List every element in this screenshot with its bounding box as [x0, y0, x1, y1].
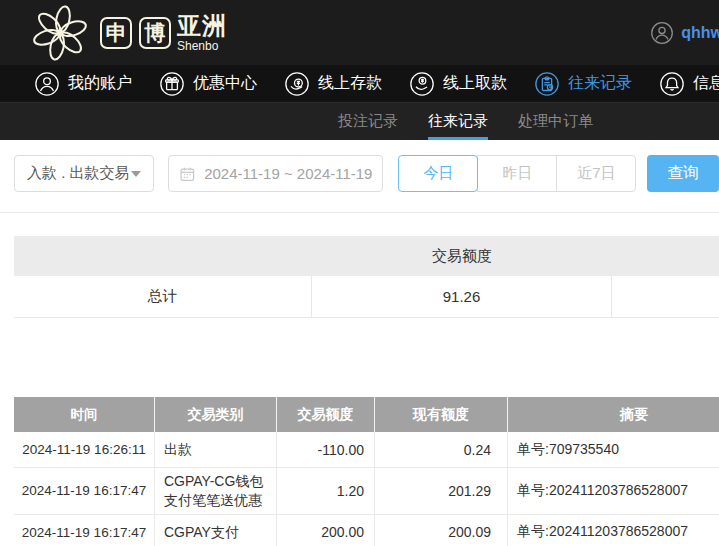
user-area[interactable]: qhhw	[650, 0, 719, 65]
section-divider	[0, 212, 719, 213]
table-row: 2024-11-19 16:17:47 CGPAY-CG钱包支付笔笔送优惠 1.…	[14, 468, 719, 515]
cell-type: CGPAY支付	[155, 515, 277, 546]
quick-yesterday-button[interactable]: 昨日	[477, 155, 557, 192]
summary-total-value: 91.26	[312, 276, 612, 317]
nav-label: 线上取款	[443, 73, 507, 94]
calendar-icon	[179, 165, 196, 183]
nav-item-messages[interactable]: 信息	[659, 71, 719, 97]
column-header-amount: 交易额度	[277, 397, 375, 432]
summary-header-row: 交易额度	[14, 236, 719, 276]
cell-memo: 单号:202411203786528007	[508, 515, 719, 546]
brand-char-1: 申	[100, 17, 132, 49]
cell-time: 2024-11-19 16:17:47	[14, 468, 155, 514]
nav-item-promotions[interactable]: 优惠中心	[159, 71, 257, 97]
date-range-value: 2024-11-19 ~ 2024-11-19	[204, 165, 372, 182]
sub-nav: 投注记录 往来记录 处理中订单	[0, 103, 719, 140]
summary-empty-cell	[612, 276, 719, 317]
tab-pending-orders[interactable]: 处理中订单	[518, 103, 593, 140]
summary-total-row: 总计 91.26	[14, 276, 719, 318]
cell-type: CGPAY-CG钱包支付笔笔送优惠	[155, 468, 277, 514]
column-header-time: 时间	[14, 397, 155, 432]
cell-balance: 0.24	[375, 432, 508, 467]
tab-transaction-records[interactable]: 往来记录	[428, 103, 488, 140]
column-header-balance: 现有额度	[375, 397, 508, 432]
deposit-icon	[284, 71, 310, 97]
tab-betting-records[interactable]: 投注记录	[338, 103, 398, 140]
table-row: 2024-11-19 16:26:11 出款 -110.00 0.24 单号:7…	[14, 432, 719, 468]
nav-label: 信息	[693, 73, 719, 94]
nav-label: 优惠中心	[193, 73, 257, 94]
withdraw-icon	[409, 71, 435, 97]
search-button[interactable]: 查询	[647, 155, 719, 192]
main-nav: 我的账户 优惠中心 线上存款 线上取款	[0, 65, 719, 103]
cell-balance: 201.29	[375, 468, 508, 514]
brand-logo[interactable]: 申 博	[100, 17, 171, 49]
summary-header-title: 交易额度	[312, 247, 612, 266]
quick-today-button[interactable]: 今日	[398, 155, 478, 192]
cell-amount: 1.20	[277, 468, 375, 514]
chevron-down-icon	[131, 171, 141, 177]
column-header-type: 交易类别	[155, 397, 277, 432]
brand-region: 亚洲 Shenbo	[177, 14, 227, 52]
cell-time: 2024-11-19 16:17:47	[14, 515, 155, 546]
user-avatar-icon	[650, 21, 674, 45]
cell-balance: 200.09	[375, 515, 508, 546]
summary-table: 交易额度 总计 91.26	[14, 236, 719, 318]
cell-memo: 单号:709735540	[508, 432, 719, 467]
summary-total-label: 总计	[14, 276, 312, 317]
bell-icon	[659, 71, 685, 97]
nav-item-transaction-records[interactable]: 往来记录	[534, 71, 632, 97]
username[interactable]: qhhw	[681, 24, 719, 42]
brand-flower-icon	[24, 2, 96, 64]
date-range-input[interactable]: 2024-11-19 ~ 2024-11-19	[168, 155, 383, 192]
transaction-type-select[interactable]: 入款 . 出款交易	[14, 155, 154, 192]
cell-amount: 200.00	[277, 515, 375, 546]
top-header: 申 博 亚洲 Shenbo qhhw	[0, 0, 719, 65]
cell-memo: 单号:202411203786528007	[508, 468, 719, 514]
nav-label: 往来记录	[568, 73, 632, 94]
quick-last7days-button[interactable]: 近7日	[556, 155, 636, 192]
nav-label: 我的账户	[68, 73, 132, 94]
table-header-row: 时间 交易类别 交易额度 现有额度 摘要	[14, 397, 719, 432]
cell-time: 2024-11-19 16:26:11	[14, 432, 155, 467]
column-header-memo: 摘要	[508, 397, 719, 432]
records-icon	[534, 71, 560, 97]
nav-label: 线上存款	[318, 73, 382, 94]
transaction-type-value: 入款 . 出款交易	[27, 164, 130, 183]
transactions-table: 时间 交易类别 交易额度 现有额度 摘要 2024-11-19 16:26:11…	[14, 397, 719, 546]
nav-item-my-account[interactable]: 我的账户	[34, 71, 132, 97]
cell-type: 出款	[155, 432, 277, 467]
filter-row: 入款 . 出款交易 2024-11-19 ~ 2024-11-19 今日 昨日 …	[14, 155, 719, 192]
brand-region-en: Shenbo	[177, 40, 227, 52]
user-icon	[34, 71, 60, 97]
brand-char-2: 博	[139, 17, 171, 49]
nav-item-deposit[interactable]: 线上存款	[284, 71, 382, 97]
nav-item-withdraw[interactable]: 线上取款	[409, 71, 507, 97]
quick-date-buttons: 今日 昨日 近7日	[398, 155, 636, 192]
gift-icon	[159, 71, 185, 97]
cell-amount: -110.00	[277, 432, 375, 467]
brand-region-cn: 亚洲	[177, 14, 227, 38]
table-row: 2024-11-19 16:17:47 CGPAY支付 200.00 200.0…	[14, 515, 719, 546]
